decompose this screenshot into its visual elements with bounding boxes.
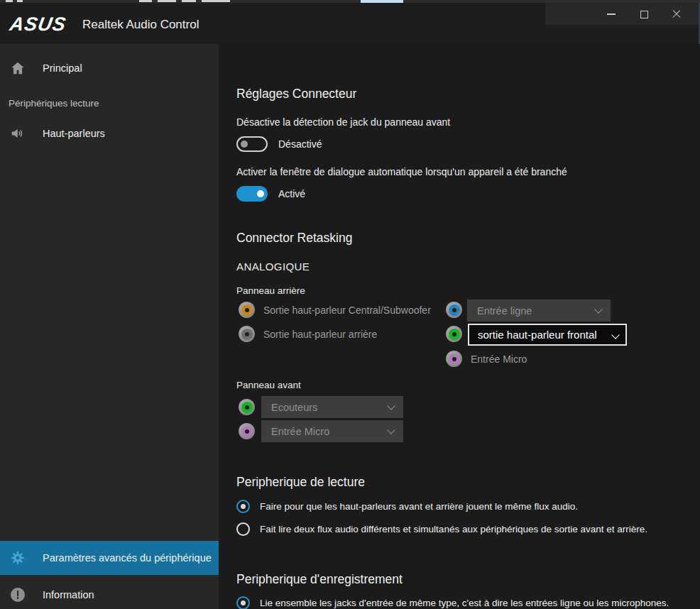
background-fragment	[17, 0, 23, 2]
jack-label: Sortie haut-parleur arrière	[263, 329, 377, 340]
background-fragment	[158, 0, 176, 2]
jack-icon-purple	[446, 351, 462, 367]
rear-jack-center-subwoofer: Sortie haut-parleur Central/Subwoofer	[239, 302, 431, 318]
front-jack-headphones	[239, 399, 255, 415]
maximize-icon	[640, 11, 648, 18]
jack-label: Entrée Micro	[471, 353, 527, 365]
maximize-button[interactable]	[628, 4, 660, 25]
front-dropdown-mic: Entrée Micro	[261, 420, 403, 442]
jack-icon-orange	[239, 302, 255, 318]
sidebar: Principal Périphériques lecture Haut-par…	[0, 44, 219, 609]
front-panel-label: Panneau avant	[236, 380, 301, 390]
window-title: Realtek Audio Control	[82, 18, 199, 32]
rear-jack-line-in	[446, 302, 462, 318]
titlebar: ASUS Realtek Audio Control	[0, 3, 699, 44]
section-title-connector-settings: Réglages Connecteur	[236, 87, 356, 102]
background-fragment	[202, 0, 230, 2]
background-fragment	[6, 0, 13, 2]
front-dropdown-headphones: Ecouteurs	[261, 396, 403, 418]
chevron-down-icon	[594, 305, 602, 313]
rear-jack-rear-speaker: Sortie haut-parleur arrière	[239, 326, 377, 342]
section-title-playback-device: Peripherique de lecture	[236, 475, 365, 490]
front-jack-mic	[239, 423, 255, 439]
chevron-down-icon	[387, 426, 395, 434]
auto-popup-toggle-row: Activé	[236, 186, 305, 202]
subsection-analog: ANALOGIQUE	[236, 260, 310, 273]
radio-label: Fait lire deux flux audio différents et …	[260, 524, 647, 534]
jack-icon-blue	[446, 302, 462, 318]
rear-jack-front-speaker-out	[446, 326, 462, 342]
jack-icon-green	[446, 326, 462, 342]
rear-dropdown-line-in: Entrée ligne	[467, 300, 611, 322]
background-fragment	[182, 0, 196, 2]
sidebar-item-advanced-settings[interactable]: Paramètres avancés du périphérique	[0, 541, 219, 575]
jack-label: Sortie haut-parleur Central/Subwoofer	[263, 304, 431, 316]
sidebar-item-label: Principal	[43, 62, 82, 74]
section-title-connector-retasking: Connector Retasking	[236, 231, 352, 246]
sidebar-item-label: Haut-parleurs	[43, 128, 105, 139]
minimize-button[interactable]	[595, 4, 628, 25]
playback-option-same-stream[interactable]: Faire pour que les haut-parleurs avant e…	[236, 500, 698, 513]
playback-option-different-streams[interactable]: Fait lire deux flux audio différents et …	[236, 522, 698, 536]
rear-jack-mic-in: Entrée Micro	[446, 351, 527, 367]
jack-icon-purple	[239, 423, 255, 439]
auto-popup-toggle[interactable]	[236, 186, 268, 202]
jack-detection-toggle[interactable]	[236, 136, 268, 152]
rear-panel-label: Panneau arrière	[236, 285, 305, 296]
jack-detection-toggle-row: Désactivé	[236, 136, 322, 152]
realtek-audio-control-window: ASUS Realtek Audio Control Principal Pér…	[0, 3, 700, 609]
jack-detection-label: Désactive la détection de jack du pannea…	[236, 116, 450, 128]
chevron-down-icon	[387, 402, 395, 410]
close-button[interactable]	[660, 4, 693, 25]
asus-logo: ASUS	[8, 13, 67, 35]
rear-dropdown-front-speaker[interactable]: sortie haut-parleur frontal	[468, 324, 627, 346]
radio-label: Faire pour que les haut-parleurs avant e…	[260, 501, 578, 512]
dropdown-value: Entrée ligne	[467, 305, 532, 317]
background-fragment	[139, 0, 152, 2]
jack-icon-gray	[239, 326, 255, 342]
minimize-icon	[607, 13, 616, 15]
radio-label: Lie ensemble les jacks d'entrée de même …	[260, 598, 669, 608]
toggle-state-label: Désactivé	[278, 138, 322, 150]
info-icon	[11, 588, 25, 602]
sidebar-item-label: Paramètres avancés du périphérique	[43, 552, 212, 564]
chevron-down-icon	[611, 331, 619, 339]
sidebar-item-principal[interactable]: Principal	[0, 54, 219, 82]
jack-icon-green	[239, 399, 255, 415]
recording-option-tie-jacks[interactable]: Lie ensemble les jacks d'entrée de même …	[236, 596, 698, 609]
sidebar-section-playback: Périphériques lecture	[9, 98, 99, 109]
main-content: Réglages Connecteur Désactive la détecti…	[219, 44, 700, 609]
section-title-recording-device: Peripherique d'enregistrement	[236, 572, 403, 587]
sidebar-item-information[interactable]: Information	[0, 581, 219, 609]
screen: ASUS Realtek Audio Control Principal Pér…	[0, 0, 700, 609]
auto-popup-label: Activer la fenêtre de dialogue automatiq…	[236, 166, 567, 177]
gear-icon	[10, 550, 26, 566]
sidebar-item-label: Information	[43, 589, 94, 600]
sidebar-item-speakers[interactable]: Haut-parleurs	[0, 119, 219, 148]
radio-unselected-icon	[236, 522, 250, 536]
home-icon	[10, 60, 26, 76]
toggle-state-label: Activé	[278, 188, 305, 199]
window-controls	[595, 4, 693, 25]
speaker-icon	[10, 126, 26, 141]
dropdown-value: sortie haut-parleur frontal	[469, 329, 597, 341]
dropdown-value: Entrée Micro	[261, 426, 329, 437]
radio-selected-icon	[236, 500, 250, 513]
radio-selected-icon	[236, 596, 250, 609]
dropdown-value: Ecouteurs	[261, 402, 317, 413]
close-icon	[672, 9, 682, 19]
